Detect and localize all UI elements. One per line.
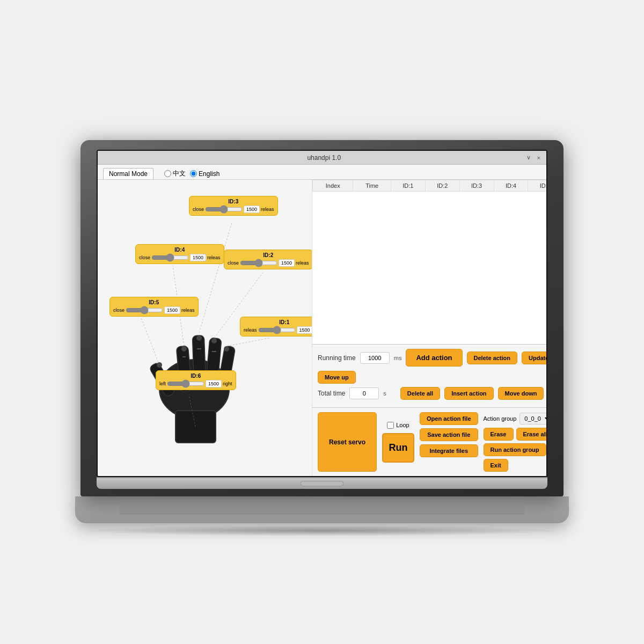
servo-widget-id5: ID:5 close 1500 releas (109, 297, 199, 317)
total-time-label: Total time (318, 390, 345, 397)
lang-chinese-option[interactable]: 中文 (164, 169, 186, 178)
servo-id6-left-label: left (159, 381, 166, 386)
laptop-base (97, 477, 547, 489)
delete-all-button[interactable]: Delete all (400, 387, 440, 400)
servo-id1-slider[interactable] (258, 327, 296, 333)
col-id2: ID:2 (425, 180, 459, 192)
save-action-file-button[interactable]: Save action file (420, 428, 478, 441)
total-time-input[interactable] (349, 387, 379, 399)
svg-point-7 (181, 346, 187, 352)
title-bar: uhandpi 1.0 ∨ × (98, 151, 546, 165)
servo-id4-slider[interactable] (151, 254, 189, 261)
action-group-select[interactable]: 0_0_0 0_0_1 0_0_2 (519, 413, 546, 425)
servo-id4-label: ID:4 (139, 247, 221, 253)
servo-id3-controls: close 1500 releas (193, 206, 274, 213)
total-time-unit: s (383, 390, 386, 397)
keyboard-area (120, 500, 524, 515)
move-down-button[interactable]: Move down (498, 387, 544, 400)
window-controls: ∨ × (525, 154, 542, 161)
loop-checkbox[interactable] (387, 422, 394, 429)
col-id4: ID:4 (494, 180, 528, 192)
file-actions-area: Open action file Save action file Integr… (420, 412, 478, 472)
maximize-button[interactable]: × (536, 155, 542, 161)
screen-inner: uhandpi 1.0 ∨ × Normal Mode 中文 (97, 150, 547, 477)
open-action-file-button[interactable]: Open action file (420, 412, 478, 425)
reset-servo-button[interactable]: Reset servo (318, 412, 377, 472)
window-title: uhandpi 1.0 (123, 154, 525, 162)
servo-id6-right-label: right (223, 381, 232, 386)
servo-id5-value: 1500 (164, 306, 180, 314)
exit-button[interactable]: Exit (484, 459, 508, 472)
loop-checkbox-row: Loop (387, 422, 409, 429)
erase-all-button[interactable]: Erase all (516, 428, 547, 441)
servo-id5-slider[interactable] (126, 307, 163, 313)
action-group-label: Action group (484, 415, 517, 422)
group-buttons-row1: Erase Erase all (484, 428, 546, 441)
svg-line-18 (141, 317, 159, 365)
move-up-button[interactable]: Move up (318, 371, 356, 384)
servo-widget-id4: ID:4 close 1500 releas (135, 244, 224, 264)
running-time-input[interactable] (360, 352, 390, 364)
servo-id4-left-label: close (139, 255, 150, 260)
servo-id2-value: 1500 (279, 259, 295, 267)
lang-english-radio[interactable] (190, 170, 197, 177)
servo-id2-right-label: releas (296, 260, 309, 266)
servo-id1-left-label: releas (244, 327, 257, 333)
erase-button[interactable]: Erase (484, 428, 514, 441)
servo-widget-id1: ID:1 releas 1500 close (240, 317, 312, 336)
lang-chinese-label: 中文 (173, 169, 186, 178)
left-panel: ID:3 close 1500 releas ID:4 (98, 180, 312, 476)
lang-chinese-radio[interactable] (164, 170, 171, 177)
servo-id2-slider[interactable] (240, 260, 277, 266)
servo-id6-slider[interactable] (167, 380, 204, 387)
camera-dot (321, 144, 324, 147)
servo-id5-controls: close 1500 releas (113, 306, 195, 314)
lang-english-label: English (199, 170, 219, 178)
svg-point-10 (224, 346, 229, 352)
col-id5: ID:5 (528, 180, 546, 192)
normal-mode-tab[interactable]: Normal Mode (103, 168, 153, 179)
action-group-area: Action group 0_0_0 0_0_1 0_0_2 Refresh (484, 412, 546, 472)
col-id1: ID:1 (391, 180, 425, 192)
servo-id3-right-label: releas (261, 207, 274, 212)
screen-bezel: uhandpi 1.0 ∨ × Normal Mode 中文 (80, 140, 564, 496)
delete-action-button[interactable]: Delete action (467, 352, 517, 364)
add-action-button[interactable]: Add action (406, 349, 462, 367)
svg-line-19 (226, 338, 269, 346)
servo-id3-label: ID:3 (193, 199, 274, 204)
col-id3: ID:3 (459, 180, 494, 192)
servo-id5-label: ID:5 (113, 299, 195, 305)
servo-id2-controls: close 1500 releas (228, 259, 309, 267)
col-time: Time (353, 180, 391, 192)
insert-action-button[interactable]: Insert action (444, 387, 493, 400)
servo-id4-value: 1500 (190, 254, 206, 261)
table-header-row: Index Time ID:1 ID:2 ID:3 ID:4 ID:5 ID:6 (313, 180, 547, 192)
trackpad-notch (301, 481, 343, 486)
svg-point-8 (196, 335, 202, 341)
col-index: Index (313, 180, 353, 192)
laptop-keyboard-base (75, 496, 569, 523)
servo-id6-controls: left 1500 right (159, 380, 232, 387)
servo-id5-right-label: releas (181, 308, 195, 313)
update-action-button[interactable]: Update action (522, 352, 546, 364)
main-area: ID:3 close 1500 releas ID:4 (98, 180, 546, 476)
svg-line-15 (199, 223, 232, 333)
language-options: 中文 English (164, 169, 219, 178)
group-buttons-row2: Run action group Stop (484, 443, 546, 456)
servo-id3-slider[interactable] (205, 206, 243, 213)
app-content: Normal Mode 中文 English (98, 165, 546, 476)
integrate-files-button[interactable]: Integrate files (420, 444, 478, 457)
total-time-row: Total time s Delete all Insert action Mo… (318, 387, 546, 400)
group-buttons-row3: Exit (484, 459, 546, 472)
servo-widget-id3: ID:3 close 1500 releas (189, 196, 278, 216)
servo-widget-id6: ID:6 left 1500 right (156, 370, 236, 390)
laptop-container: uhandpi 1.0 ∨ × Normal Mode 中文 (80, 140, 564, 536)
control-area: Running time ms Add action Delete action… (312, 345, 546, 408)
mode-bar: Normal Mode 中文 English (98, 165, 546, 180)
minimize-button[interactable]: ∨ (525, 154, 532, 161)
servo-id5-left-label: close (113, 308, 125, 313)
run-button[interactable]: Run (382, 433, 414, 463)
run-action-group-button[interactable]: Run action group (484, 443, 546, 456)
lang-english-option[interactable]: English (190, 170, 219, 178)
laptop-shadow (80, 525, 564, 536)
